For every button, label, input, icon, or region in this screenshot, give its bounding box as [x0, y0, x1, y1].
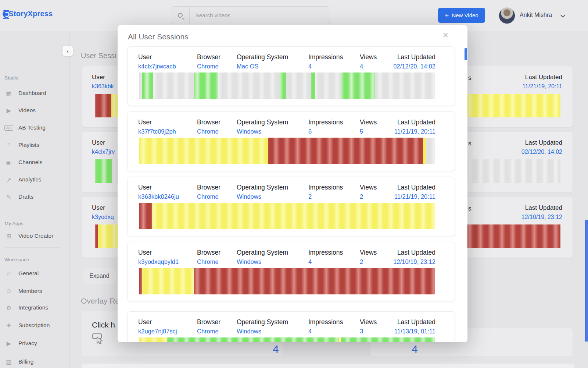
os-value: Windows: [237, 258, 261, 265]
sidebar-divider: [5, 247, 61, 248]
sidebar-item-videos[interactable]: ▶ Videos: [4, 104, 67, 117]
privacy-icon: ▶: [4, 340, 13, 347]
background-metric-value: 4: [412, 343, 418, 355]
views-value: 3: [360, 328, 363, 335]
sidebar-item-integrations[interactable]: ⚙ Integrations: [4, 301, 67, 314]
sidebar-item-dashboard[interactable]: ▦ Dashboard: [4, 87, 67, 99]
sidebar-collapse-button[interactable]: ‹: [62, 46, 73, 56]
sidebar: Studio ▦ Dashboard ▶ Videos A|B AB Testi…: [0, 31, 70, 368]
sidebar-item-ab-testing[interactable]: A|B AB Testing: [4, 121, 67, 134]
sidebar-item-general[interactable]: ☆ General: [4, 267, 67, 280]
browser-value: Chrome: [197, 128, 219, 135]
bar-segment: [194, 72, 218, 99]
bar-segment: [95, 159, 112, 183]
sidebar-item-video-creator[interactable]: ⊞ Video Creator: [4, 230, 67, 242]
user-id[interactable]: k4clx7jrwcacb: [138, 63, 176, 70]
new-video-button[interactable]: + New Video: [438, 8, 485, 23]
section-title-my-apps: My Apps: [0, 221, 24, 226]
sidebar-item-privacy[interactable]: ▶ Privacy: [4, 337, 67, 350]
sidebar-item-channels[interactable]: ▣ Channels: [4, 156, 67, 169]
dashboard-icon: ▦: [4, 90, 13, 97]
os-value: Windows: [237, 128, 261, 135]
bar-segment: [423, 138, 427, 164]
search-icon-zone: [171, 7, 190, 24]
os-value: Mac OS: [237, 63, 259, 70]
video-creator-icon: ⊞: [4, 233, 13, 240]
views-label-fragment: s: [468, 140, 472, 147]
user-id[interactable]: k3yodxqqbyld1: [138, 258, 179, 265]
background-metric-value: 4: [273, 343, 279, 355]
user-avatar[interactable]: [499, 7, 515, 24]
sidebar-item-subscription[interactable]: ✈ Subscription: [4, 319, 67, 332]
close-icon[interactable]: ×: [443, 30, 448, 40]
chevron-down-icon[interactable]: [560, 13, 565, 18]
video-search: [171, 6, 330, 24]
last-updated-value: 11/13/19, 01:11: [394, 328, 435, 335]
user-id[interactable]: k2uge7nj07scj: [138, 328, 177, 335]
last-updated-value: 11/21/19, 20:11: [394, 193, 435, 200]
expand-button[interactable]: Expand: [83, 268, 116, 284]
session-heatmap-bar: [139, 72, 435, 99]
billing-icon: ▤: [4, 358, 13, 365]
bar-segment: [142, 268, 194, 294]
sidebar-divider: [5, 212, 61, 212]
sidebar-item-members[interactable]: ☺ Members: [4, 285, 67, 297]
user-name: Ankit Mishra: [520, 12, 552, 18]
user-id: k363kbk: [92, 83, 114, 90]
impressions-value: 6: [308, 128, 312, 135]
search-input[interactable]: [190, 12, 330, 18]
browser-value: Chrome: [197, 328, 219, 335]
user-id: k4clx7jrv: [92, 149, 115, 155]
bar-segment: [95, 224, 98, 248]
bar-segment: [338, 337, 341, 342]
last-updated-value: 02/12/20, 14:02: [521, 149, 562, 155]
plus-icon: +: [445, 11, 449, 20]
browser-value: Chrome: [197, 63, 219, 70]
members-icon: ☺: [4, 288, 13, 294]
browser-value: Chrome: [197, 193, 219, 200]
all-user-sessions-modal: All User Sessions × User Browser Operati…: [118, 25, 467, 342]
bar-segment: [311, 72, 315, 99]
os-value: Windows: [237, 328, 261, 335]
modal-scrollbar-thumb[interactable]: [465, 48, 467, 60]
bar-segment: [142, 72, 153, 99]
storyxpress-logo[interactable]: [ ] StoryXpress: [6, 8, 53, 20]
click-here-text: Click h: [92, 321, 115, 329]
sidebar-item-drafts[interactable]: ✎ Drafts: [4, 191, 67, 203]
drafts-icon: ✎: [4, 194, 13, 201]
page-scrollbar-thumb[interactable]: [585, 220, 588, 342]
logo-play-icon: [3, 10, 10, 18]
analytics-icon: ↗: [4, 176, 13, 183]
impressions-value: 4: [308, 258, 312, 265]
views-value: 2: [360, 258, 363, 265]
session-row: User Browser Operating System Impression…: [128, 112, 455, 171]
user-id[interactable]: k37f7tc09j2ph: [138, 128, 176, 135]
os-value: Windows: [237, 193, 261, 200]
logo-text: StoryXpress: [8, 10, 53, 18]
click-cursor-icon: [92, 332, 105, 346]
background-card-edge: [82, 364, 574, 368]
section-title-studio: Studio: [0, 75, 18, 81]
session-heatmap-bar: [139, 337, 435, 342]
views-value: 2: [360, 193, 363, 200]
subscription-icon: ✈: [4, 322, 13, 329]
bar-segment: [139, 203, 152, 229]
general-icon: ☆: [4, 270, 13, 277]
bar-segment: [341, 72, 375, 99]
sidebar-item-analytics[interactable]: ↗ Analytics: [4, 173, 67, 186]
section-title-workspace: Workspace: [0, 257, 29, 262]
integrations-icon: ⚙: [4, 304, 13, 311]
sidebar-item-playlists[interactable]: ≡ Playlists: [4, 139, 67, 151]
user-id[interactable]: k363kbk0246ju: [138, 193, 179, 200]
sidebar-item-billing[interactable]: ▤ Billing: [4, 355, 67, 368]
views-value: 5: [360, 128, 363, 135]
views-label-fragment: s: [468, 74, 472, 82]
browser-value: Chrome: [197, 258, 219, 265]
session-heatmap-bar: [139, 203, 435, 229]
session-row: User Browser Operating System Impression…: [128, 46, 455, 106]
session-heatmap-bar: [139, 268, 435, 294]
impressions-value: 2: [308, 193, 312, 200]
bar-segment: [280, 72, 286, 99]
last-updated-value: 02/12/20, 14:02: [393, 63, 435, 70]
bar-segment: [139, 337, 167, 342]
